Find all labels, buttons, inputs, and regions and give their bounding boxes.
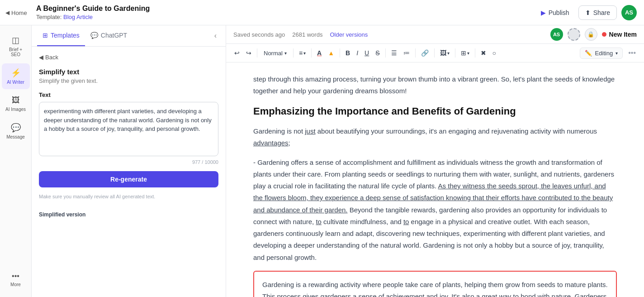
editor-meta: Saved seconds ago 2681 words Older versi… — [233, 31, 368, 38]
highlight-button[interactable]: ▲ — [325, 47, 337, 59]
publish-icon: ▶ — [541, 9, 546, 16]
chevron-down-icon: ▾ — [284, 51, 287, 56]
toolbar-divider-7 — [434, 48, 435, 57]
collaborator-avatar-lock: 🔒 — [585, 28, 597, 41]
message-icon: 💬 — [11, 123, 21, 133]
brief-seo-icon: ◫ — [12, 35, 19, 45]
clean-format-button[interactable]: ✖ — [478, 47, 489, 59]
older-versions-link[interactable]: Older versions — [330, 31, 368, 38]
strikethrough-button[interactable]: S — [373, 47, 382, 59]
new-item-block: New Item — [602, 31, 637, 38]
saved-status: Saved seconds ago — [233, 31, 285, 38]
doc-template: Template: Blog Article — [36, 14, 150, 20]
ai-images-icon: 🖼 — [12, 96, 20, 105]
toolbar-divider-9 — [475, 48, 475, 57]
simplified-label: Simplified version — [39, 211, 218, 218]
bullet-list-button[interactable]: ☰ — [388, 47, 400, 59]
panel-collapse-button[interactable]: ‹ — [211, 28, 220, 43]
back-arrow-icon: ◀ — [39, 54, 43, 61]
undo-button[interactable]: ↩ — [232, 47, 242, 59]
home-arrow-icon: ◀ — [5, 10, 9, 16]
editor-para-2: - Gardening offers a sense of accomplish… — [253, 157, 617, 263]
editing-chevron-icon: ▾ — [616, 51, 618, 56]
ai-writer-icon: ⚡ — [11, 68, 21, 78]
template-link[interactable]: Blog Article — [63, 14, 93, 20]
icon-sidebar: ◫ Brief + SEO ⚡ AI Writer 🖼 AI Images 💬 … — [0, 25, 32, 297]
sidebar-label-brief-seo: Brief + SEO — [5, 47, 27, 57]
doc-title-block: A Beginner's Guide to Gardening Template… — [36, 5, 150, 20]
table-button[interactable]: ⊞ ▾ — [458, 47, 472, 59]
panel-body: ◀ Back Simplify text Simplify the given … — [32, 47, 226, 297]
text-label: Text — [39, 91, 218, 98]
editor-toolbar: ↩ ↪ Normal ▾ ≡ ▾ A ▲ B I U S ☰ ≔ 🔗 🖼 ▾ — [226, 44, 644, 62]
italic-button[interactable]: I — [354, 47, 361, 59]
new-item-dot — [602, 32, 606, 37]
toolbar-divider-4 — [340, 48, 340, 57]
toolbar-divider-6 — [415, 48, 416, 57]
highlighted-box: Gardening is a rewarding activity where … — [253, 271, 617, 297]
collaborator-avatar-ghost — [568, 28, 580, 41]
panel-tabs: ⊞ Templates 💬 ChatGPT ‹ — [32, 25, 226, 47]
edit-pencil-icon: ✏️ — [585, 50, 592, 57]
text-input[interactable] — [39, 102, 218, 156]
chatgpt-icon: 💬 — [90, 32, 98, 39]
underline-button[interactable]: U — [362, 47, 372, 59]
editor-para-1: Gardening is not just about beautifying … — [253, 125, 617, 149]
feature-title: Simplify text — [39, 68, 218, 76]
editing-label: Editing — [595, 50, 613, 57]
back-button[interactable]: ◀ Back — [39, 54, 218, 61]
publish-button[interactable]: ▶ Publish — [536, 6, 574, 19]
editor-heading: Emphasizing the Importance and Benefits … — [253, 105, 617, 117]
panel: ⊞ Templates 💬 ChatGPT ‹ ◀ Back Simplify … — [32, 25, 226, 297]
regenerate-button[interactable]: Re-generate — [39, 171, 218, 187]
sidebar-item-ai-images[interactable]: 🖼 AI Images — [2, 91, 30, 116]
font-color-button[interactable]: A — [314, 47, 324, 59]
sidebar-label-more: More — [10, 282, 21, 287]
toolbar-divider-1 — [257, 48, 257, 57]
style-selector[interactable]: Normal ▾ — [260, 48, 290, 58]
more-icon: ••• — [12, 272, 19, 280]
align-button[interactable]: ≡ ▾ — [296, 47, 308, 59]
word-count: 2681 words — [292, 31, 322, 38]
home-button[interactable]: ◀ Home — [0, 7, 33, 18]
editor-area: Saved seconds ago 2681 words Older versi… — [226, 25, 644, 297]
collaborator-avatar: AS — [550, 28, 563, 41]
toolbar-divider-8 — [455, 48, 455, 57]
sidebar-item-brief-seo[interactable]: ◫ Brief + SEO — [2, 31, 30, 62]
sidebar-item-message[interactable]: 💬 Message — [2, 118, 30, 144]
sidebar-label-ai-images: AI Images — [5, 107, 26, 112]
numbered-list-button[interactable]: ≔ — [401, 47, 412, 59]
templates-icon: ⊞ — [43, 32, 48, 39]
sidebar-label-ai-writer: AI Writer — [7, 80, 24, 85]
feature-description: Simplify the given text. — [39, 77, 218, 84]
share-icon: ⬆ — [585, 9, 591, 16]
circle-button[interactable]: ○ — [490, 47, 499, 59]
bold-button[interactable]: B — [343, 47, 353, 59]
editor-content[interactable]: step through this amazing process, turni… — [226, 62, 644, 297]
style-label: Normal — [264, 50, 283, 57]
tab-chatgpt[interactable]: 💬 ChatGPT — [85, 25, 133, 46]
sidebar-item-ai-writer[interactable]: ⚡ AI Writer — [2, 63, 30, 89]
char-count: 977 / 10000 — [39, 159, 218, 165]
editor-intro-text: step through this amazing process, turni… — [253, 73, 617, 96]
editing-badge: ✏️ Editing ▾ — [580, 48, 623, 59]
editor-topbar: Saved seconds ago 2681 words Older versi… — [226, 25, 644, 44]
editor-topbar-right: AS 🔒 New Item — [550, 28, 637, 41]
ai-notice: Make sure you manually review all AI gen… — [39, 193, 218, 201]
new-item-label: New Item — [609, 31, 637, 38]
redo-button[interactable]: ↪ — [243, 47, 254, 59]
toolbar-divider-3 — [311, 48, 312, 57]
toolbar-divider-5 — [385, 48, 386, 57]
toolbar-more-button[interactable]: ••• — [625, 47, 639, 59]
tab-templates[interactable]: ⊞ Templates — [37, 25, 85, 46]
toolbar-divider-2 — [293, 48, 294, 57]
avatar[interactable]: AS — [621, 5, 637, 20]
sidebar-item-more[interactable]: ••• More — [2, 268, 30, 292]
doc-title: A Beginner's Guide to Gardening — [36, 5, 150, 13]
share-button[interactable]: ⬆ Share — [578, 5, 617, 20]
image-button[interactable]: 🖼 ▾ — [437, 47, 452, 59]
sidebar-label-message: Message — [6, 134, 25, 139]
home-label: Home — [11, 9, 27, 16]
link-button[interactable]: 🔗 — [418, 47, 431, 59]
